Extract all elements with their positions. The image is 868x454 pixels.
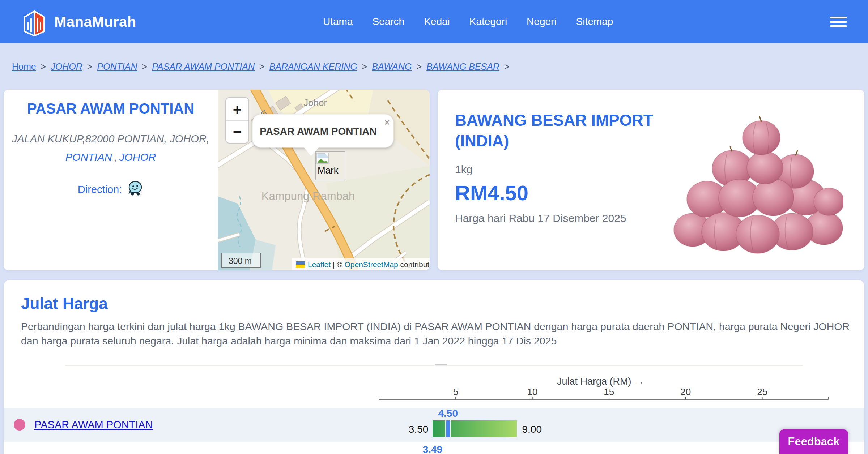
- zoom-out-button[interactable]: −: [233, 123, 242, 140]
- manamurah-logo-icon: [20, 8, 48, 36]
- main-menu: UtamaSearchKedaiKategoriNegeriSitemap: [323, 0, 613, 43]
- section-title: Julat Harga: [4, 280, 864, 313]
- breadcrumb-link[interactable]: JOHOR: [51, 61, 82, 72]
- range-max-label: 9.00: [522, 424, 542, 435]
- breadcrumb-link[interactable]: BAWANG BESAR: [426, 61, 499, 72]
- map-area-label: Johor: [303, 97, 327, 108]
- nav-item-search[interactable]: Search: [372, 16, 404, 27]
- axis-tick-label: 20: [680, 386, 691, 398]
- breadcrumb: Home>JOHOR>PONTIAN>PASAR AWAM PONTIAN>BA…: [0, 43, 868, 90]
- market-name: PASAR AWAM PONTIAN: [4, 100, 218, 117]
- district-link[interactable]: PONTIAN: [65, 151, 112, 163]
- chart-divider: [65, 365, 803, 366]
- zoom-in-button[interactable]: +: [233, 101, 242, 118]
- map-zoom-control: + −: [226, 98, 249, 143]
- hamburger-bar: [830, 21, 847, 23]
- breadcrumb-separator: >: [417, 61, 422, 72]
- breadcrumb-separator: >: [362, 61, 367, 72]
- direction-row: Direction:: [4, 180, 218, 199]
- legend-dot: [14, 419, 25, 431]
- market-card: PASAR AWAM PONTIAN JALAN KUKUP,82000 PON…: [4, 90, 430, 270]
- map[interactable]: Johor Kampung Rambah tama Mark PASAR AWA…: [218, 90, 430, 270]
- breadcrumb-link[interactable]: BARANGAN KERING: [269, 61, 357, 72]
- onions-photo: [673, 107, 843, 263]
- attribution-separator: | ©: [331, 260, 344, 269]
- price-range-panel: Julat Harga Perbandingan harga terkini d…: [4, 280, 864, 454]
- osm-link[interactable]: OpenStreetMap: [345, 260, 398, 269]
- next-row-value: 3.49: [411, 444, 454, 454]
- breadcrumb-separator: >: [259, 61, 265, 72]
- range-min-label: 3.50: [388, 424, 428, 435]
- navbar: ManaMurah UtamaSearchKedaiKategoriNegeri…: [0, 0, 868, 43]
- popup-title: PASAR AWAM PONTIAN: [260, 126, 377, 137]
- breadcrumb-link[interactable]: PASAR AWAM PONTIAN: [152, 61, 255, 72]
- waze-direction-link[interactable]: [127, 180, 144, 199]
- nav-item-kedai[interactable]: Kedai: [424, 16, 450, 27]
- chart-row: PASAR AWAM PONTIAN: [4, 408, 864, 442]
- hamburger-bar: [830, 17, 847, 18]
- axis-tick-label: 10: [527, 386, 537, 398]
- attribution-contributors: contributors: [398, 260, 430, 269]
- product-image: PriceCatcher: [673, 107, 843, 263]
- product-name: BAWANG BESAR IMPORT (INDIA): [455, 110, 686, 151]
- feedback-button[interactable]: Feedback: [779, 429, 848, 454]
- breadcrumb-home-link[interactable]: Home: [12, 61, 36, 72]
- map-scale: 300 m: [221, 253, 260, 267]
- axis-tick-label: 15: [604, 386, 614, 398]
- ukraine-flag-icon: [296, 261, 305, 268]
- breadcrumb-separator: >: [41, 61, 46, 72]
- map-place-label: Kampung Rambah: [261, 190, 355, 202]
- market-info: PASAR AWAM PONTIAN JALAN KUKUP,82000 PON…: [4, 90, 218, 270]
- direction-label: Direction:: [78, 184, 122, 196]
- popup-close-button[interactable]: ×: [384, 117, 390, 128]
- nav-item-negeri[interactable]: Negeri: [527, 16, 556, 27]
- waze-icon: [127, 180, 144, 197]
- brand-name: ManaMurah: [54, 14, 136, 30]
- marker-alt-text: Mark: [318, 165, 339, 176]
- hamburger-bar: [830, 25, 847, 27]
- map-attribution: Leaflet | © OpenStreetMap contributors: [292, 258, 430, 270]
- product-card: BAWANG BESAR IMPORT (INDIA) 1kg RM4.50 H…: [438, 90, 864, 270]
- breadcrumb-separator: >: [504, 61, 510, 72]
- leaflet-link[interactable]: Leaflet: [308, 260, 331, 269]
- axis-tick-label: 5: [453, 386, 458, 398]
- breadcrumb-link[interactable]: PONTIAN: [97, 61, 137, 72]
- nav-item-sitemap[interactable]: Sitemap: [576, 16, 613, 27]
- section-description: Perbandingan harga terkini dan julat har…: [21, 319, 851, 348]
- broken-image-icon: [317, 153, 328, 163]
- current-price-label: 4.50: [426, 408, 470, 419]
- breadcrumb-separator: >: [87, 61, 93, 72]
- hamburger-menu-button[interactable]: [830, 17, 847, 27]
- axis-title: Julat Harga (RM) →: [557, 376, 644, 387]
- breadcrumb-link[interactable]: BAWANG: [372, 61, 412, 72]
- current-price-marker: [445, 420, 451, 437]
- nav-item-kategori[interactable]: Kategori: [469, 16, 507, 27]
- breadcrumb-separator: >: [142, 61, 148, 72]
- market-locality: PONTIAN,JOHOR: [4, 151, 218, 163]
- comma: ,: [114, 151, 117, 163]
- range-bar: [433, 420, 517, 437]
- market-row-link[interactable]: PASAR AWAM PONTIAN: [34, 408, 153, 442]
- scale-text: 300 m: [229, 256, 252, 266]
- state-link[interactable]: JOHOR: [119, 151, 156, 163]
- market-address: JALAN KUKUP,82000 PONTIAN, JOHOR,: [4, 131, 218, 146]
- brand[interactable]: ManaMurah: [20, 0, 136, 43]
- svg-text:Leaflet | © OpenStreetMap cont: Leaflet | © OpenStreetMap contributors: [308, 260, 430, 269]
- axis-tick-label: 25: [757, 386, 767, 398]
- nav-item-utama[interactable]: Utama: [323, 16, 353, 27]
